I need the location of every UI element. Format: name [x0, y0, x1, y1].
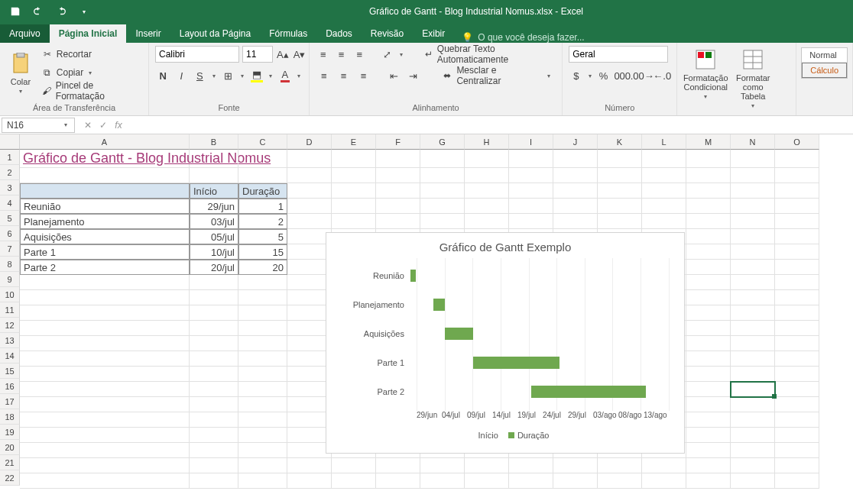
- cell[interactable]: [509, 150, 553, 168]
- cell-B7[interactable]: 10/jul: [190, 244, 238, 260]
- cell[interactable]: [775, 428, 819, 443]
- cell[interactable]: [686, 428, 731, 443]
- align-left-icon[interactable]: ≡: [316, 67, 332, 84]
- cell[interactable]: [731, 199, 775, 214]
- tab-formulas[interactable]: Fórmulas: [260, 24, 316, 43]
- cell[interactable]: [465, 150, 509, 168]
- cell[interactable]: [642, 214, 686, 229]
- cell[interactable]: [420, 473, 465, 489]
- cell-C3[interactable]: Duração: [238, 183, 287, 199]
- cell[interactable]: [775, 458, 819, 473]
- row-header[interactable]: 19: [0, 425, 20, 440]
- cell[interactable]: [775, 260, 819, 275]
- cell[interactable]: [420, 183, 465, 199]
- cell-C5[interactable]: 2: [238, 214, 287, 229]
- cell[interactable]: [190, 351, 238, 367]
- cell-B8[interactable]: 20/jul: [190, 260, 238, 275]
- name-box[interactable]: N16▾: [2, 118, 75, 133]
- cell[interactable]: [287, 168, 332, 183]
- cell[interactable]: [20, 382, 190, 397]
- cell[interactable]: [775, 412, 819, 428]
- cell[interactable]: [686, 214, 731, 229]
- cell[interactable]: [465, 168, 509, 183]
- cell[interactable]: [465, 214, 509, 229]
- col-header[interactable]: J: [553, 134, 598, 150]
- cell[interactable]: [509, 168, 553, 183]
- col-header[interactable]: M: [686, 134, 731, 150]
- cell[interactable]: [190, 336, 238, 351]
- cell[interactable]: [509, 473, 553, 489]
- cell[interactable]: [731, 428, 775, 443]
- col-header[interactable]: D: [287, 134, 332, 150]
- accounting-icon[interactable]: $: [569, 67, 583, 84]
- cell[interactable]: [775, 275, 819, 290]
- merge-center-button[interactable]: ⬌Mesclar e Centralizar▾: [439, 67, 556, 84]
- cell[interactable]: [287, 473, 332, 489]
- cell[interactable]: [731, 443, 775, 458]
- cell[interactable]: [642, 183, 686, 199]
- cell[interactable]: [287, 183, 332, 199]
- cell[interactable]: [238, 382, 287, 397]
- cell[interactable]: [686, 290, 731, 305]
- cell[interactable]: [238, 443, 287, 458]
- row-header[interactable]: 3: [0, 180, 20, 195]
- cell[interactable]: [553, 473, 598, 489]
- paste-button[interactable]: Colar▾: [6, 50, 35, 96]
- cell[interactable]: [775, 473, 819, 489]
- cell[interactable]: [686, 458, 731, 473]
- cell[interactable]: [731, 275, 775, 290]
- cell[interactable]: [775, 183, 819, 199]
- cell-A1[interactable]: Gráfico de Gantt - Blog Industrial Nomus: [20, 150, 190, 168]
- increase-indent-icon[interactable]: ⇥: [405, 67, 422, 84]
- cell[interactable]: [775, 199, 819, 214]
- tab-layout[interactable]: Layout da Página: [170, 24, 260, 43]
- tab-file[interactable]: Arquivo: [0, 24, 50, 43]
- cell[interactable]: [238, 321, 287, 336]
- col-header[interactable]: O: [775, 134, 819, 150]
- copy-button[interactable]: ⧉Copiar▾: [38, 64, 142, 81]
- row-header[interactable]: 18: [0, 409, 20, 425]
- cell[interactable]: [376, 183, 420, 199]
- cell[interactable]: [238, 351, 287, 367]
- cell-B5[interactable]: 03/jul: [190, 214, 238, 229]
- row-header[interactable]: 2: [0, 165, 20, 180]
- cell-A3[interactable]: [20, 183, 190, 199]
- cell[interactable]: [731, 229, 775, 244]
- cell[interactable]: [376, 473, 420, 489]
- format-painter-button[interactable]: 🖌Pincel de Formatação: [38, 82, 142, 99]
- cell[interactable]: [775, 229, 819, 244]
- percent-icon[interactable]: %: [596, 67, 611, 84]
- cell[interactable]: [642, 168, 686, 183]
- cell-A6[interactable]: Aquisições: [20, 229, 190, 244]
- cell[interactable]: [731, 260, 775, 275]
- col-header[interactable]: I: [509, 134, 553, 150]
- row-header[interactable]: 1: [0, 150, 20, 165]
- cell[interactable]: [775, 367, 819, 382]
- conditional-formatting-button[interactable]: Formatação Condicional▾: [683, 46, 728, 102]
- cell[interactable]: [465, 458, 509, 473]
- col-header[interactable]: A: [20, 134, 190, 150]
- cell[interactable]: [190, 443, 238, 458]
- col-header[interactable]: B: [190, 134, 238, 150]
- cell[interactable]: [509, 199, 553, 214]
- cell[interactable]: [686, 199, 731, 214]
- cell[interactable]: [238, 428, 287, 443]
- cell-B4[interactable]: 29/jun: [190, 199, 238, 214]
- cell[interactable]: [238, 305, 287, 321]
- cell[interactable]: [686, 229, 731, 244]
- cell[interactable]: [553, 458, 598, 473]
- cell[interactable]: [686, 397, 731, 412]
- row-header[interactable]: 20: [0, 440, 20, 455]
- cell[interactable]: [731, 214, 775, 229]
- wrap-text-button[interactable]: ↵Quebrar Texto Automaticamente: [420, 46, 556, 63]
- cell[interactable]: [775, 443, 819, 458]
- row-header[interactable]: 12: [0, 318, 20, 333]
- cell[interactable]: [686, 336, 731, 351]
- cell[interactable]: [731, 183, 775, 199]
- cell[interactable]: [20, 443, 190, 458]
- cell[interactable]: [238, 168, 287, 183]
- row-header[interactable]: 4: [0, 195, 20, 211]
- cell[interactable]: [20, 290, 190, 305]
- row-header[interactable]: 16: [0, 379, 20, 394]
- row-header[interactable]: 9: [0, 272, 20, 287]
